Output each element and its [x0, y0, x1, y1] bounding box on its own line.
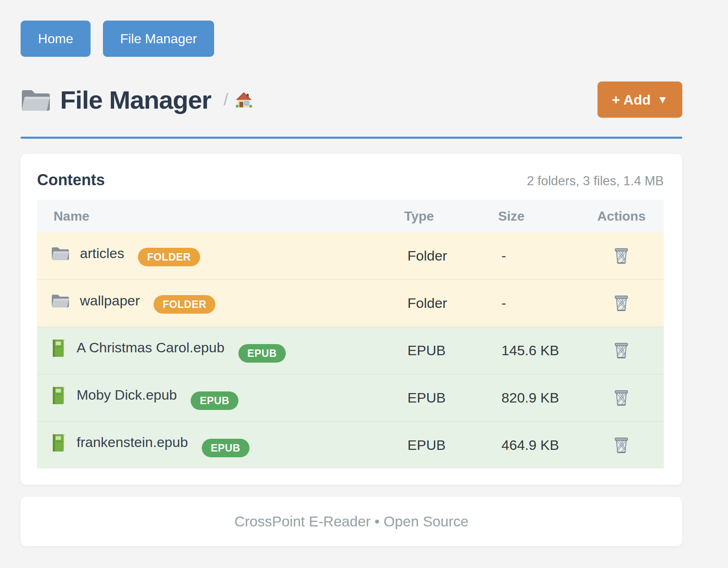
- delete-button[interactable]: [611, 433, 631, 456]
- folder-badge: FOLDER: [154, 295, 215, 314]
- footer-text: CrossPoint E-Reader • Open Source: [234, 513, 469, 530]
- contents-title: Contents: [37, 171, 105, 189]
- add-button[interactable]: + Add ▼: [597, 81, 682, 118]
- accent-divider: [21, 137, 682, 139]
- table-row-frankenstein: frankenstein.epub EPUB EPUB 464.9 KB: [37, 421, 664, 468]
- trash-icon: [614, 436, 629, 454]
- item-name: wallpaper: [80, 293, 140, 309]
- file-link[interactable]: Moby Dick.epub: [51, 386, 177, 404]
- item-size: -: [488, 279, 579, 327]
- trash-icon: [614, 247, 629, 265]
- folder-link[interactable]: wallpaper: [51, 293, 140, 309]
- epub-badge: EPUB: [191, 391, 238, 410]
- table-row-moby-dick: Moby Dick.epub EPUB EPUB 820.9 KB: [37, 374, 664, 421]
- delete-button[interactable]: [611, 291, 631, 314]
- item-type: Folder: [394, 233, 488, 279]
- item-name: frankenstein.epub: [77, 434, 188, 450]
- item-size: -: [488, 233, 579, 279]
- home-button[interactable]: Home: [21, 21, 91, 57]
- column-header-actions: Actions: [579, 200, 664, 233]
- item-name: A Christmas Carol.epub: [77, 340, 224, 356]
- table-row-articles: articles FOLDER Folder -: [37, 233, 664, 279]
- contents-card-header: Contents 2 folders, 3 files, 1.4 MB: [37, 171, 664, 189]
- file-link[interactable]: frankenstein.epub: [51, 433, 188, 452]
- item-size: 820.9 KB: [488, 374, 579, 421]
- item-type: EPUB: [394, 327, 488, 374]
- file-manager-button[interactable]: File Manager: [103, 21, 214, 57]
- folder-icon: [21, 88, 50, 112]
- green-book-icon: [51, 338, 66, 357]
- chevron-down-icon: ▼: [657, 93, 668, 106]
- folder-link[interactable]: articles: [51, 245, 124, 261]
- folder-icon: [51, 293, 69, 308]
- table-row-wallpaper: wallpaper FOLDER Folder -: [37, 279, 664, 327]
- house-icon: [236, 91, 252, 108]
- delete-button[interactable]: [611, 244, 631, 267]
- table-row-christmas-carol: A Christmas Carol.epub EPUB EPUB 145.6 K…: [37, 327, 664, 374]
- page-title: File Manager: [60, 85, 211, 114]
- add-button-label: + Add: [612, 92, 651, 108]
- breadcrumb-home-link[interactable]: [236, 91, 252, 108]
- item-size: 145.6 KB: [488, 327, 579, 374]
- epub-badge: EPUB: [238, 344, 286, 363]
- trash-icon: [614, 389, 629, 407]
- breadcrumb-separator: /: [224, 91, 228, 109]
- green-book-icon: [51, 433, 66, 452]
- column-header-type: Type: [394, 200, 488, 233]
- contents-summary: 2 folders, 3 files, 1.4 MB: [527, 174, 664, 189]
- page-header: File Manager / + Add ▼: [21, 81, 682, 118]
- item-name: articles: [80, 245, 124, 261]
- folder-icon: [51, 246, 69, 261]
- item-size: 464.9 KB: [488, 421, 579, 468]
- item-type: EPUB: [394, 421, 488, 468]
- top-nav: Home File Manager: [21, 21, 682, 57]
- trash-icon: [614, 294, 629, 312]
- footer-card: CrossPoint E-Reader • Open Source: [21, 497, 682, 546]
- delete-button[interactable]: [611, 339, 631, 362]
- contents-card: Contents 2 folders, 3 files, 1.4 MB Name…: [21, 154, 682, 485]
- item-name: Moby Dick.epub: [77, 387, 177, 403]
- column-header-size: Size: [488, 200, 579, 233]
- file-table-header: Name Type Size Actions: [37, 200, 664, 233]
- delete-button[interactable]: [611, 386, 631, 409]
- trash-icon: [614, 341, 629, 359]
- folder-badge: FOLDER: [138, 248, 200, 266]
- page-title-group: File Manager /: [21, 85, 252, 114]
- file-link[interactable]: A Christmas Carol.epub: [51, 338, 224, 357]
- green-book-icon: [51, 386, 66, 404]
- item-type: EPUB: [394, 374, 488, 421]
- page-container: Home File Manager File Manager / + Add ▼…: [21, 0, 682, 546]
- item-type: Folder: [394, 279, 488, 327]
- column-header-name: Name: [37, 200, 394, 233]
- file-table: Name Type Size Actions articles FOLDER: [37, 200, 664, 468]
- epub-badge: EPUB: [202, 439, 250, 457]
